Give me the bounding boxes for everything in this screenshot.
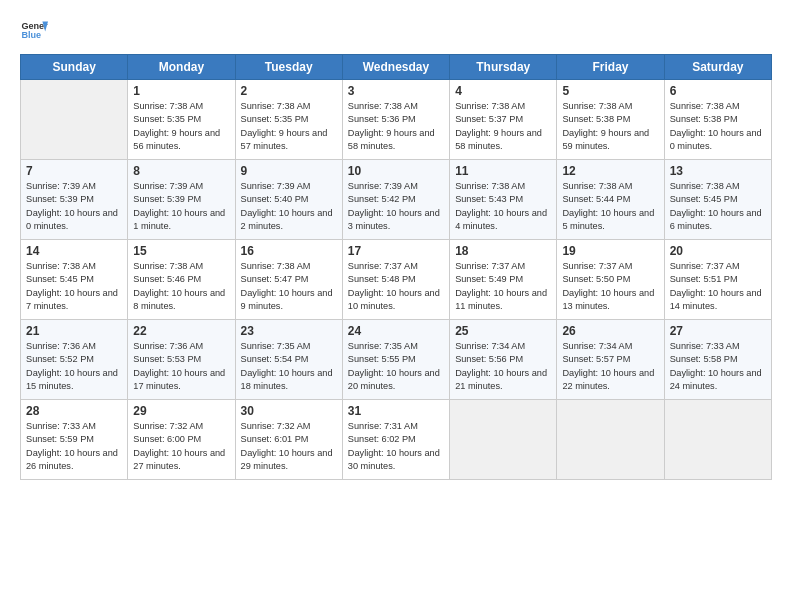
sun-info: Sunrise: 7:33 AMSunset: 5:59 PMDaylight:…: [26, 420, 122, 473]
sun-info: Sunrise: 7:34 AMSunset: 5:57 PMDaylight:…: [562, 340, 658, 393]
calendar-cell: 1Sunrise: 7:38 AMSunset: 5:35 PMDaylight…: [128, 80, 235, 160]
logo-icon: General Blue: [20, 16, 48, 44]
calendar-cell: 23Sunrise: 7:35 AMSunset: 5:54 PMDayligh…: [235, 320, 342, 400]
sun-info: Sunrise: 7:36 AMSunset: 5:53 PMDaylight:…: [133, 340, 229, 393]
sunrise-label: Sunrise: 7:38 AM: [670, 181, 740, 191]
sunset-label: Sunset: 5:57 PM: [562, 354, 630, 364]
sunset-label: Sunset: 5:49 PM: [455, 274, 523, 284]
sunset-label: Sunset: 5:40 PM: [241, 194, 309, 204]
sun-info: Sunrise: 7:38 AMSunset: 5:47 PMDaylight:…: [241, 260, 337, 313]
day-number: 6: [670, 84, 766, 98]
daylight-label: Daylight: 10 hours and 29 minutes.: [241, 448, 333, 471]
sunset-label: Sunset: 5:38 PM: [670, 114, 738, 124]
daylight-label: Daylight: 9 hours and 56 minutes.: [133, 128, 220, 151]
day-number: 24: [348, 324, 444, 338]
sun-info: Sunrise: 7:38 AMSunset: 5:46 PMDaylight:…: [133, 260, 229, 313]
sun-info: Sunrise: 7:36 AMSunset: 5:52 PMDaylight:…: [26, 340, 122, 393]
sunrise-label: Sunrise: 7:38 AM: [348, 101, 418, 111]
sun-info: Sunrise: 7:38 AMSunset: 5:35 PMDaylight:…: [133, 100, 229, 153]
sunrise-label: Sunrise: 7:38 AM: [241, 101, 311, 111]
day-number: 21: [26, 324, 122, 338]
day-number: 30: [241, 404, 337, 418]
sun-info: Sunrise: 7:38 AMSunset: 5:43 PMDaylight:…: [455, 180, 551, 233]
day-number: 4: [455, 84, 551, 98]
daylight-label: Daylight: 10 hours and 0 minutes.: [26, 208, 118, 231]
calendar-cell: 14Sunrise: 7:38 AMSunset: 5:45 PMDayligh…: [21, 240, 128, 320]
calendar-cell: 5Sunrise: 7:38 AMSunset: 5:38 PMDaylight…: [557, 80, 664, 160]
sunset-label: Sunset: 5:45 PM: [670, 194, 738, 204]
day-header: Tuesday: [235, 55, 342, 80]
calendar-cell: 4Sunrise: 7:38 AMSunset: 5:37 PMDaylight…: [450, 80, 557, 160]
calendar-cell: 15Sunrise: 7:38 AMSunset: 5:46 PMDayligh…: [128, 240, 235, 320]
sunset-label: Sunset: 5:39 PM: [26, 194, 94, 204]
calendar-week: 28Sunrise: 7:33 AMSunset: 5:59 PMDayligh…: [21, 400, 772, 480]
sunrise-label: Sunrise: 7:37 AM: [455, 261, 525, 271]
day-number: 20: [670, 244, 766, 258]
daylight-label: Daylight: 10 hours and 7 minutes.: [26, 288, 118, 311]
sunset-label: Sunset: 5:39 PM: [133, 194, 201, 204]
daylight-label: Daylight: 10 hours and 11 minutes.: [455, 288, 547, 311]
daylight-label: Daylight: 10 hours and 5 minutes.: [562, 208, 654, 231]
day-number: 17: [348, 244, 444, 258]
sunrise-label: Sunrise: 7:37 AM: [670, 261, 740, 271]
sun-info: Sunrise: 7:31 AMSunset: 6:02 PMDaylight:…: [348, 420, 444, 473]
sunrise-label: Sunrise: 7:33 AM: [26, 421, 96, 431]
day-number: 23: [241, 324, 337, 338]
daylight-label: Daylight: 10 hours and 30 minutes.: [348, 448, 440, 471]
sunrise-label: Sunrise: 7:38 AM: [455, 181, 525, 191]
daylight-label: Daylight: 9 hours and 58 minutes.: [348, 128, 435, 151]
sun-info: Sunrise: 7:38 AMSunset: 5:38 PMDaylight:…: [670, 100, 766, 153]
calendar-cell: 21Sunrise: 7:36 AMSunset: 5:52 PMDayligh…: [21, 320, 128, 400]
sunset-label: Sunset: 5:59 PM: [26, 434, 94, 444]
day-number: 15: [133, 244, 229, 258]
sun-info: Sunrise: 7:39 AMSunset: 5:42 PMDaylight:…: [348, 180, 444, 233]
sunset-label: Sunset: 5:50 PM: [562, 274, 630, 284]
sunset-label: Sunset: 5:47 PM: [241, 274, 309, 284]
calendar-cell: 16Sunrise: 7:38 AMSunset: 5:47 PMDayligh…: [235, 240, 342, 320]
sunrise-label: Sunrise: 7:32 AM: [133, 421, 203, 431]
day-number: 13: [670, 164, 766, 178]
day-header: Sunday: [21, 55, 128, 80]
calendar-cell: 3Sunrise: 7:38 AMSunset: 5:36 PMDaylight…: [342, 80, 449, 160]
day-number: 19: [562, 244, 658, 258]
daylight-label: Daylight: 10 hours and 1 minute.: [133, 208, 225, 231]
calendar-cell: 29Sunrise: 7:32 AMSunset: 6:00 PMDayligh…: [128, 400, 235, 480]
sun-info: Sunrise: 7:37 AMSunset: 5:48 PMDaylight:…: [348, 260, 444, 313]
day-number: 25: [455, 324, 551, 338]
sun-info: Sunrise: 7:38 AMSunset: 5:37 PMDaylight:…: [455, 100, 551, 153]
sun-info: Sunrise: 7:37 AMSunset: 5:49 PMDaylight:…: [455, 260, 551, 313]
sunset-label: Sunset: 5:35 PM: [241, 114, 309, 124]
sun-info: Sunrise: 7:38 AMSunset: 5:45 PMDaylight:…: [670, 180, 766, 233]
day-number: 1: [133, 84, 229, 98]
sun-info: Sunrise: 7:39 AMSunset: 5:39 PMDaylight:…: [133, 180, 229, 233]
sunset-label: Sunset: 5:37 PM: [455, 114, 523, 124]
daylight-label: Daylight: 10 hours and 20 minutes.: [348, 368, 440, 391]
sunset-label: Sunset: 5:55 PM: [348, 354, 416, 364]
logo: General Blue: [20, 16, 48, 44]
sunrise-label: Sunrise: 7:39 AM: [348, 181, 418, 191]
day-number: 2: [241, 84, 337, 98]
sunset-label: Sunset: 5:58 PM: [670, 354, 738, 364]
calendar-body: 1Sunrise: 7:38 AMSunset: 5:35 PMDaylight…: [21, 80, 772, 480]
sunset-label: Sunset: 5:54 PM: [241, 354, 309, 364]
day-number: 8: [133, 164, 229, 178]
daylight-label: Daylight: 10 hours and 3 minutes.: [348, 208, 440, 231]
sunrise-label: Sunrise: 7:36 AM: [133, 341, 203, 351]
sun-info: Sunrise: 7:35 AMSunset: 5:55 PMDaylight:…: [348, 340, 444, 393]
calendar-cell: 9Sunrise: 7:39 AMSunset: 5:40 PMDaylight…: [235, 160, 342, 240]
day-number: 9: [241, 164, 337, 178]
daylight-label: Daylight: 10 hours and 8 minutes.: [133, 288, 225, 311]
calendar-week: 21Sunrise: 7:36 AMSunset: 5:52 PMDayligh…: [21, 320, 772, 400]
daylight-label: Daylight: 10 hours and 13 minutes.: [562, 288, 654, 311]
sunset-label: Sunset: 6:00 PM: [133, 434, 201, 444]
day-number: 3: [348, 84, 444, 98]
sunrise-label: Sunrise: 7:35 AM: [348, 341, 418, 351]
calendar-cell: [450, 400, 557, 480]
sunrise-label: Sunrise: 7:38 AM: [241, 261, 311, 271]
sunset-label: Sunset: 5:44 PM: [562, 194, 630, 204]
daylight-label: Daylight: 10 hours and 18 minutes.: [241, 368, 333, 391]
sunset-label: Sunset: 5:46 PM: [133, 274, 201, 284]
sunset-label: Sunset: 5:35 PM: [133, 114, 201, 124]
sunrise-label: Sunrise: 7:34 AM: [562, 341, 632, 351]
sunset-label: Sunset: 6:01 PM: [241, 434, 309, 444]
